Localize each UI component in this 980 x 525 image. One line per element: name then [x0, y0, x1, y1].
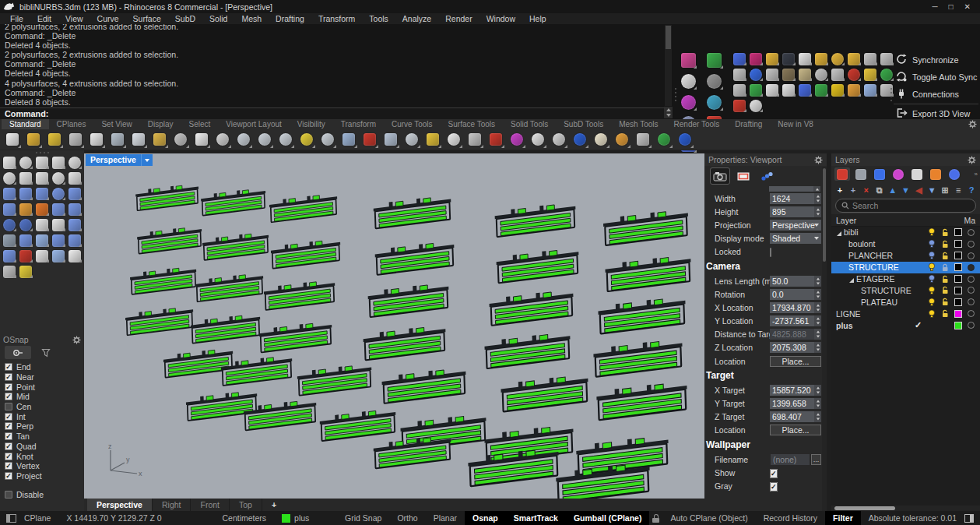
spinner[interactable] — [814, 206, 821, 217]
text-object-icon[interactable] — [67, 217, 83, 232]
viewport-title[interactable]: Perspective — [86, 154, 141, 166]
swatch-cell[interactable] — [951, 275, 964, 283]
osnap-near[interactable]: ✓Near — [5, 372, 84, 382]
crate-save-icon[interactable] — [797, 67, 813, 82]
open-folder-icon[interactable] — [24, 130, 43, 149]
puzzle-icon[interactable] — [830, 67, 845, 82]
display-mode-dropdown[interactable]: Shaded — [770, 233, 821, 244]
new-layer-icon[interactable]: + — [834, 184, 846, 196]
statusbar-grid-snap[interactable]: Grid Snap — [337, 511, 389, 525]
material-cell[interactable] — [964, 322, 978, 329]
shelf-object[interactable] — [367, 282, 449, 318]
lattice-array-icon[interactable] — [67, 233, 83, 248]
split-tool-icon[interactable] — [18, 248, 33, 263]
material-cell[interactable] — [964, 298, 978, 305]
shelf-object[interactable] — [130, 266, 197, 294]
display-tab[interactable] — [853, 167, 869, 181]
bulb-on-icon[interactable] — [925, 227, 938, 237]
render-region-icon[interactable] — [550, 130, 568, 149]
shelf-object[interactable] — [489, 289, 574, 326]
layer-row-plateau[interactable]: PLATEAU — [831, 296, 980, 308]
shaded-sphere-icon[interactable] — [529, 130, 547, 149]
extend-tool-icon[interactable] — [34, 248, 50, 263]
swatch-cell[interactable] — [951, 298, 964, 306]
surface-patch-icon[interactable] — [18, 186, 33, 201]
delete-layer-icon[interactable]: × — [860, 184, 873, 196]
lifebuoy-icon[interactable] — [846, 67, 862, 82]
folder-icon[interactable] — [813, 51, 829, 66]
layer-color-swatch[interactable] — [954, 310, 962, 318]
menu-help[interactable]: Help — [522, 14, 553, 23]
control-point-curve-icon[interactable] — [34, 155, 50, 170]
bulb-off-icon[interactable] — [925, 274, 938, 284]
mouse-icon[interactable] — [748, 67, 764, 82]
shelf-object[interactable] — [195, 272, 264, 301]
bulb-on-icon[interactable] — [925, 298, 938, 307]
osnap-end[interactable]: ✓End — [5, 362, 84, 372]
spinner[interactable] — [814, 276, 821, 287]
command-scrollbar[interactable] — [665, 25, 672, 106]
toolbar-tab-select[interactable]: Select — [181, 119, 219, 129]
material-ring-icon[interactable] — [968, 310, 975, 317]
osnap-int[interactable]: ✓Int — [5, 411, 84, 421]
shelf-object[interactable] — [593, 338, 683, 377]
menu-transform[interactable]: Transform — [311, 14, 362, 23]
toolbar-tab-mesh-tools[interactable]: Mesh Tools — [611, 119, 666, 129]
list-view-icon[interactable]: ≡ — [952, 184, 964, 196]
toolbar-tab-curve-tools[interactable]: Curve Tools — [384, 119, 441, 129]
swatch-cell[interactable] — [951, 240, 964, 248]
properties-note-icon[interactable] — [87, 130, 106, 149]
osnap-tab-filter[interactable] — [33, 346, 59, 359]
curve-handles-icon[interactable] — [51, 155, 66, 170]
zoom-window-icon[interactable] — [276, 130, 295, 149]
material-ring-icon[interactable] — [968, 252, 975, 259]
lock-open-icon[interactable] — [938, 286, 951, 294]
options-gear-icon[interactable] — [613, 130, 631, 149]
checkbox-mid[interactable]: ✓ — [5, 393, 12, 400]
width-input[interactable]: 1624 — [770, 193, 821, 204]
checkbox-vertex[interactable]: ✓ — [5, 462, 12, 470]
layer-color-swatch[interactable] — [954, 287, 962, 294]
swatch-cell[interactable] — [951, 252, 964, 259]
spinner[interactable] — [814, 342, 821, 353]
new-sublayer-icon[interactable]: + — [847, 184, 859, 196]
menu-file[interactable]: File — [3, 14, 30, 23]
layers-overflow-icon[interactable]: » — [975, 171, 977, 178]
rotation-input[interactable]: 0.0 — [770, 289, 821, 300]
history-clock-icon[interactable] — [402, 130, 421, 149]
material-ring-icon[interactable] — [968, 241, 975, 248]
render-sphere-icon[interactable] — [571, 130, 589, 149]
zoom-extents-icon[interactable] — [297, 130, 316, 149]
qr-grid-icon[interactable] — [732, 67, 747, 82]
osnap-disable[interactable]: Disable — [5, 489, 84, 499]
place-button[interactable]: Place... — [770, 425, 821, 435]
blocks-icon[interactable] — [862, 51, 878, 66]
layer-search-input[interactable]: Search — [835, 199, 976, 213]
menu-mesh[interactable]: Mesh — [234, 14, 269, 23]
toolbar-tab-transform[interactable]: Transform — [333, 119, 384, 129]
surface-3pt-icon[interactable] — [2, 186, 17, 201]
statusbar-gumball-cplane-[interactable]: Gumball (CPlane) — [566, 511, 650, 525]
toolbar-tab-display[interactable]: Display — [140, 119, 181, 129]
move-up-icon[interactable]: ▲ — [887, 184, 899, 196]
blend-curve-icon[interactable] — [51, 217, 66, 232]
grid-array-icon[interactable] — [2, 248, 17, 263]
statusbar-current-layer[interactable]: plus — [274, 513, 317, 523]
layer-color-swatch[interactable] — [954, 240, 962, 248]
checkbox-quad[interactable]: ✓ — [5, 442, 12, 450]
shelf-object[interactable] — [374, 195, 452, 229]
shelf-object[interactable] — [484, 331, 571, 368]
spinner[interactable] — [814, 289, 821, 300]
toolbar-tab-new-in-v8[interactable]: New in V8 — [770, 119, 821, 129]
shelf-object[interactable] — [605, 254, 691, 291]
grid-view-icon[interactable]: ⊞ — [939, 184, 951, 196]
material-cell[interactable] — [964, 241, 978, 248]
layers-tab[interactable] — [834, 167, 850, 181]
checkbox-disable[interactable] — [5, 491, 12, 499]
material-cell[interactable] — [964, 229, 978, 236]
material-ring-icon[interactable] — [968, 229, 975, 236]
spinner[interactable] — [814, 315, 821, 326]
ghs-pole-icon[interactable] — [813, 83, 829, 97]
minimize-button[interactable]: ─ — [932, 2, 937, 11]
warning-triangle-icon[interactable] — [830, 83, 845, 97]
